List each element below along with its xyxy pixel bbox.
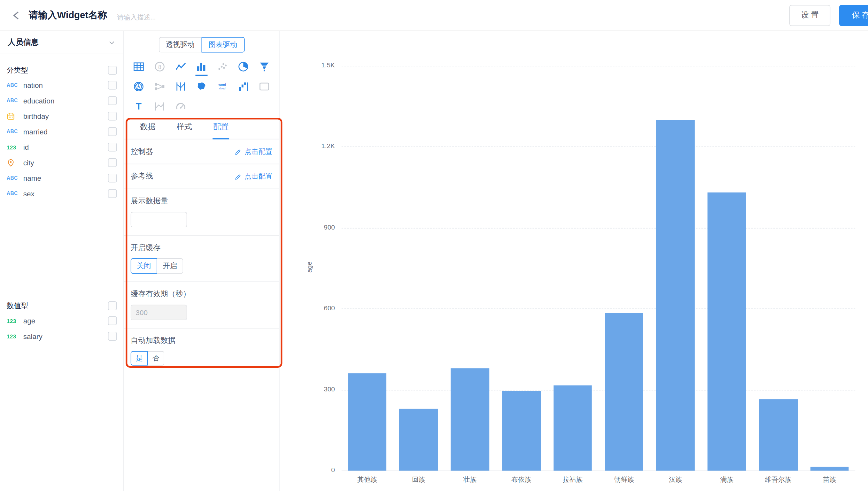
sankey-chart-icon[interactable] [149,77,170,96]
autoload-label: 自动加载数据 [131,336,272,345]
bar-0[interactable] [348,374,387,470]
field-item-education[interactable]: ABCeducation [0,93,124,109]
cache-off-button[interactable]: 关闭 [131,258,157,274]
iframe-widget-icon[interactable] [254,77,274,96]
mode-chart-driven-button[interactable]: 图表驱动 [201,37,244,53]
field-checkbox[interactable] [108,112,117,121]
parallel-chart-icon[interactable] [170,77,191,96]
reference-line-configure-link[interactable]: 点击配置 [235,172,272,181]
x-axis-label: 朝鲜族 [598,475,650,484]
funnel-chart-icon[interactable] [254,57,274,76]
chart-type-grid: 8wordcloudT [124,53,279,116]
cache-ttl-row: 缓存有效期（秒） [124,282,279,328]
field-item-city[interactable]: city [0,155,124,171]
x-axis-label: 汉族 [650,475,701,484]
widget-description-input[interactable]: 请输入描述... [117,12,156,22]
x-axis-label: 其他族 [342,475,393,484]
line-chart-icon[interactable] [170,57,191,76]
field-item-sex[interactable]: ABCsex [0,186,124,201]
field-checkbox[interactable] [108,174,117,183]
reference-line-label: 参考线 [131,171,153,181]
cache-on-button[interactable]: 开启 [157,258,183,274]
y-axis-tick: 300 [280,385,335,393]
tab-data[interactable]: 数据 [130,118,166,139]
waterfall-chart-icon[interactable] [233,77,253,96]
display-count-label: 展示数据量 [131,196,272,206]
settings-button[interactable]: 设 置 [789,5,830,26]
scatter-plot-icon[interactable] [212,57,233,76]
string-type-icon: ABC [7,129,23,135]
cache-ttl-input[interactable] [131,305,187,320]
field-checkbox[interactable] [108,81,117,90]
bar-3[interactable] [502,391,541,470]
field-name: education [23,96,108,105]
field-checkbox[interactable] [108,143,117,152]
save-button[interactable]: 保 存 [839,5,868,26]
view-name: 人员信息 [8,37,39,47]
bar-5[interactable] [605,313,644,470]
bar-2[interactable] [451,368,489,470]
bar-slot [393,66,444,470]
tab-style[interactable]: 样式 [166,118,202,139]
field-item-id[interactable]: 123id [0,140,124,155]
field-name: married [23,127,108,136]
field-item-name[interactable]: ABCname [0,171,124,186]
bar-slot [342,66,393,470]
back-button[interactable] [9,7,26,24]
widget-name-input[interactable]: 请输入Widget名称 [29,9,107,22]
double-y-axis-chart-icon[interactable] [149,97,170,116]
table-icon[interactable] [129,57,149,76]
bar-8[interactable] [759,399,798,470]
field-item-nation[interactable]: ABCnation [0,78,124,93]
field-item-age[interactable]: 123age [0,313,124,328]
field-checkbox[interactable] [108,127,117,136]
field-checkbox[interactable] [108,189,117,198]
x-axis-labels: 其他族回族壮族布依族拉祜族朝鲜族汉族满族维吾尔族苗族 [342,475,855,484]
radar-chart-icon[interactable] [129,77,149,96]
field-sections: 分类型ABCnationABCeducationbirthdayABCmarri… [0,54,124,344]
section-select-all-checkbox[interactable] [108,301,117,310]
bar-1[interactable] [400,409,438,470]
reference-line-row: 参考线 点击配置 [124,164,279,189]
mode-pivot-driven-button[interactable]: 透视驱动 [159,37,201,53]
arrow-left-icon [11,9,23,21]
string-type-icon: ABC [7,191,23,196]
bar-6[interactable] [656,120,695,470]
bar-slot [753,66,804,470]
tab-config[interactable]: 配置 [202,118,239,139]
display-count-input[interactable] [131,212,187,227]
field-name: birthday [23,112,108,120]
number-type-icon: 123 [7,144,23,150]
bar-7[interactable] [708,193,746,470]
field-section: 分类型ABCnationABCeducationbirthdayABCmarri… [0,54,124,201]
controller-configure-link[interactable]: 点击配置 [235,147,272,156]
view-selector[interactable]: 人员信息 [0,31,124,54]
geo-type-icon [7,158,23,167]
autoload-yes-button[interactable]: 是 [131,351,148,366]
bar-chart-icon[interactable] [191,57,212,76]
bar-9[interactable] [810,466,849,470]
autoload-no-button[interactable]: 否 [148,351,164,366]
field-item-birthday[interactable]: birthday [0,109,124,124]
scorecard-icon[interactable]: 8 [149,57,170,76]
string-type-icon: ABC [7,98,23,104]
autoload-row: 自动加载数据 是否 [124,328,279,373]
field-item-salary[interactable]: 123salary [0,328,124,344]
field-checkbox[interactable] [108,332,117,341]
bar-slot [547,66,599,470]
wordcloud-chart-icon[interactable]: wordcloud [212,77,233,96]
section-select-all-checkbox[interactable] [108,66,117,75]
pencil-icon [235,173,242,180]
bar-4[interactable] [553,386,592,470]
x-axis-label: 拉祜族 [547,475,599,484]
gauge-chart-icon[interactable] [170,97,191,116]
field-checkbox[interactable] [108,158,117,167]
map-chart-icon[interactable] [191,77,212,96]
field-checkbox[interactable] [108,316,117,325]
x-axis-label: 满族 [701,475,753,484]
field-checkbox[interactable] [108,96,117,105]
cache-toggle-group: 关闭开启 [131,258,272,274]
field-item-married[interactable]: ABCmarried [0,124,124,140]
pie-chart-icon[interactable] [233,57,253,76]
richtext-widget-icon[interactable]: T [129,97,149,116]
